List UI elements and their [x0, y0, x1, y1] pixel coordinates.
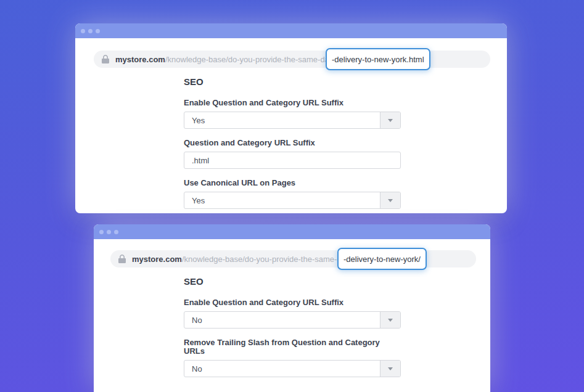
page-background: { "colors": { "background_top": "#4a60d8… [0, 0, 584, 392]
field-label: Remove Trailing Slash from Question and … [184, 338, 401, 356]
enable-url-suffix-select[interactable]: No [184, 311, 401, 329]
select-dropdown-button[interactable] [380, 312, 400, 328]
section-title: SEO [184, 77, 401, 87]
window-control-dot[interactable] [88, 29, 93, 33]
field-url-suffix: Question and Category URL Suffix [184, 139, 401, 169]
chevron-down-icon [388, 367, 393, 370]
select-value: Yes [184, 116, 205, 125]
window-titlebar [94, 224, 490, 239]
window-control-dot[interactable] [107, 230, 111, 234]
browser-window-trailing-slash: mystore.com/knowledge-base/do-you-provid… [94, 224, 490, 392]
window-control-dot[interactable] [99, 230, 104, 234]
window-control-dot[interactable] [114, 230, 118, 234]
remove-trailing-slash-select[interactable]: No [184, 360, 401, 377]
field-label: Enable Question and Category URL Suffix [184, 298, 401, 307]
select-value: Yes [184, 196, 205, 205]
field-label: Enable Question and Category URL Suffix [184, 99, 401, 107]
chevron-down-icon [388, 319, 393, 322]
window-titlebar [75, 23, 507, 38]
window-control-dot[interactable] [81, 29, 85, 33]
url-text: mystore.com/knowledge-base/do-you-provid… [115, 55, 333, 64]
canonical-url-select[interactable]: Yes [184, 192, 401, 209]
select-value: No [184, 364, 202, 374]
field-remove-trailing-slash: Remove Trailing Slash from Question and … [184, 338, 401, 377]
field-enable-url-suffix: Enable Question and Category URL Suffix … [184, 298, 401, 329]
field-label: Question and Category URL Suffix [184, 139, 401, 147]
url-suffix-callout: -delivery-to-new-york.html [326, 48, 430, 70]
chevron-down-icon [388, 199, 393, 202]
select-dropdown-button[interactable] [380, 192, 400, 208]
address-bar[interactable]: mystore.com/knowledge-base/do-you-provid… [94, 51, 490, 68]
select-value: No [184, 316, 202, 325]
field-canonical-url: Use Canonical URL on Pages Yes [184, 179, 401, 209]
browser-window-html-suffix: mystore.com/knowledge-base/do-you-provid… [75, 23, 507, 213]
url-domain: mystore.com [115, 55, 165, 64]
url-suffix-input[interactable] [184, 152, 401, 169]
window-control-dot[interactable] [96, 29, 100, 33]
url-text: mystore.com/knowledge-base/do-you-provid… [132, 255, 350, 264]
seo-settings-form: SEO Enable Question and Category URL Suf… [184, 77, 401, 209]
field-enable-url-suffix: Enable Question and Category URL Suffix … [184, 99, 401, 129]
url-domain: mystore.com [132, 255, 182, 264]
enable-url-suffix-select[interactable]: Yes [184, 112, 401, 129]
select-dropdown-button[interactable] [380, 361, 400, 377]
select-dropdown-button[interactable] [380, 112, 400, 128]
section-title: SEO [184, 277, 401, 287]
seo-settings-form: SEO Enable Question and Category URL Suf… [184, 277, 401, 377]
lock-icon [118, 255, 126, 263]
field-label: Use Canonical URL on Pages [184, 179, 401, 187]
url-path: /knowledge-base/do-you-provide-the-same-… [165, 55, 333, 64]
chevron-down-icon [388, 119, 393, 122]
url-path: /knowledge-base/do-you-provide-the-same-… [182, 255, 350, 264]
lock-icon [102, 55, 109, 63]
url-suffix-callout: -delivery-to-new-york/ [337, 248, 427, 270]
